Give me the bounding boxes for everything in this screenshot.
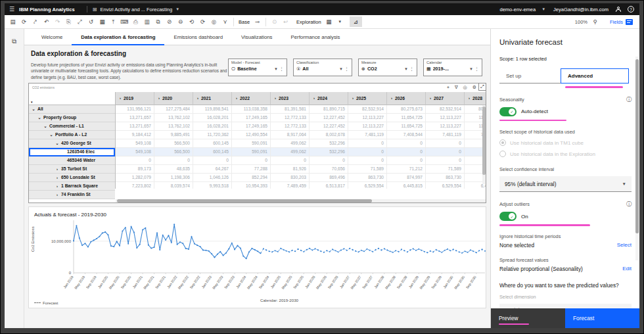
grid-column-header-2026[interactable]: ›2026 bbox=[387, 92, 426, 105]
sheet-tab-performance-analysis[interactable]: Performance analysis bbox=[282, 29, 350, 45]
help-icon[interactable]: ? bbox=[628, 6, 634, 12]
preview-button[interactable]: Preview bbox=[491, 308, 565, 328]
grid-cell[interactable]: 82,532,914 bbox=[426, 105, 465, 114]
grid-cell[interactable]: 869,496 bbox=[310, 174, 348, 182]
outliers-toggle[interactable]: ✓ bbox=[499, 212, 517, 221]
hide-icon[interactable]: ⊖ bbox=[175, 18, 186, 26]
grid-cell[interactable]: 6,529,554 bbox=[426, 182, 465, 189]
grid-cell[interactable]: 0 bbox=[154, 156, 193, 165]
overflow-menu-icon[interactable]: ⋮ bbox=[409, 66, 414, 72]
grid-cell[interactable]: 8,917,064 bbox=[271, 131, 310, 139]
tree-caret-icon[interactable]: › bbox=[55, 193, 59, 197]
tab-set-up[interactable]: Set up bbox=[499, 68, 561, 84]
grid-row-label[interactable]: ›74 Franklin St bbox=[29, 191, 115, 199]
grid-cell[interactable]: 590,091 bbox=[232, 148, 271, 156]
info-icon[interactable]: ⓘ bbox=[626, 201, 632, 208]
grid-cell[interactable]: 6,513,817 bbox=[310, 182, 348, 189]
grid-cell[interactable]: 590,091 bbox=[232, 139, 271, 148]
chevron-down-icon[interactable]: ▼ bbox=[334, 20, 346, 24]
grid-row-label[interactable]: ›1 Barrack Square bbox=[29, 182, 115, 191]
sheet-tab-welcome[interactable]: Welcome bbox=[32, 29, 72, 45]
grid-cell[interactable]: 13,762,102 bbox=[154, 122, 193, 131]
grid-cell[interactable]: 12,113,227 bbox=[348, 114, 387, 122]
tree-caret-icon[interactable]: › bbox=[55, 184, 59, 188]
refresh-data-icon[interactable]: ⟳ bbox=[197, 18, 208, 26]
visibility-icon[interactable]: ◎ bbox=[463, 85, 467, 90]
grid-row-label[interactable]: ⌄Property Group bbox=[29, 114, 115, 122]
grid-cell[interactable]: 10,954,393 bbox=[232, 182, 271, 189]
grid-column-header-2024[interactable]: ›2024 bbox=[310, 92, 348, 105]
grid-cell[interactable]: 600,145 bbox=[193, 148, 232, 156]
grid-cell[interactable]: 17,249,165 bbox=[232, 114, 271, 122]
grid-cell[interactable]: 13,271,657 bbox=[116, 122, 154, 131]
grid-cell[interactable]: 70,656 bbox=[310, 165, 348, 174]
tree-caret-icon[interactable]: › bbox=[55, 176, 59, 179]
grid-cell[interactable]: 11,654,725 bbox=[387, 114, 426, 122]
seasonality-toggle[interactable]: ✓ bbox=[499, 107, 517, 116]
radio-exploration[interactable] bbox=[499, 151, 506, 157]
grid-cell[interactable]: 7,223,802 bbox=[116, 182, 154, 189]
grid-cell[interactable]: 0 bbox=[310, 156, 348, 165]
grid-row-label[interactable]: ⌄420 George St bbox=[29, 139, 115, 148]
grid-cell[interactable]: 0 bbox=[348, 156, 387, 165]
grid-column-header-2025[interactable]: ›2025 bbox=[348, 92, 387, 105]
grid-cell[interactable]: 863,730 bbox=[426, 174, 465, 182]
grid-cell[interactable]: 0 bbox=[387, 156, 426, 165]
grid-cell[interactable]: 0 bbox=[271, 156, 310, 165]
grid-cell[interactable]: 532,296 bbox=[310, 148, 348, 156]
confidence-select[interactable]: 95% (default interval) ▼ bbox=[499, 176, 632, 192]
grid-cell[interactable]: 119,898,541 bbox=[193, 105, 232, 114]
grid-cell[interactable]: 81,926 bbox=[271, 165, 310, 174]
grid-cell[interactable]: 7,481,119 bbox=[348, 131, 387, 139]
tree-caret-icon[interactable]: ⌄ bbox=[55, 141, 59, 145]
grid-cell[interactable]: 0 bbox=[387, 139, 426, 148]
sheet-tab-data-exploration-forecasting[interactable]: Data exploration & forecasting bbox=[72, 29, 164, 45]
view-type-label[interactable]: Exploration bbox=[296, 19, 321, 25]
forecast-button[interactable]: Forecast bbox=[565, 308, 639, 328]
grid-row-label[interactable]: 1263546 Elec bbox=[29, 148, 115, 156]
sheet-tab-visualizations[interactable]: Visualizations bbox=[232, 29, 282, 45]
fields-button[interactable]: Fields bbox=[610, 19, 623, 25]
spread-edit-link[interactable]: Edit bbox=[622, 266, 632, 272]
upload-icon[interactable]: ⤒ bbox=[108, 18, 119, 26]
dimension-selector-calendar[interactable]: Calendar▦2019-...▼⋮ bbox=[423, 59, 482, 76]
grid-cell[interactable]: 566,500 bbox=[154, 148, 193, 156]
fields-icon[interactable] bbox=[626, 19, 633, 25]
undo-icon[interactable]: ↶ bbox=[41, 18, 52, 26]
grid-cell[interactable]: 830,203 bbox=[271, 174, 310, 182]
grid-cell[interactable]: 9,184,412 bbox=[116, 131, 154, 139]
grid-cell[interactable]: 549,108 bbox=[116, 148, 154, 156]
grid-cell[interactable]: 82,532,914 bbox=[348, 105, 387, 114]
sandbox-icon[interactable]: ⊸ bbox=[252, 18, 263, 25]
grid-cell[interactable]: 863,730 bbox=[348, 174, 387, 182]
grid-row-label[interactable]: 465346 Water bbox=[29, 156, 115, 165]
grid-cell[interactable]: 12,113,227 bbox=[426, 122, 465, 131]
console-icon[interactable]: ⌨ bbox=[119, 18, 130, 26]
grid-cell[interactable]: 9,993,518 bbox=[193, 182, 232, 189]
grid-cell[interactable]: 11,654,725 bbox=[387, 122, 426, 131]
grid-cell[interactable]: 13,271,657 bbox=[116, 114, 154, 122]
suppress-zeros-icon[interactable]: ⊘ bbox=[164, 18, 175, 26]
chevron-down-icon[interactable]: ▼ bbox=[339, 67, 343, 71]
grid-cell[interactable]: 13,762,102 bbox=[154, 114, 193, 122]
grid-cell[interactable]: 499,062 bbox=[271, 139, 310, 148]
grid-cell[interactable]: 71,212 bbox=[387, 165, 426, 174]
grid-cell[interactable]: 89,173 bbox=[116, 165, 154, 174]
grid-cell[interactable]: 12,227,452 bbox=[310, 114, 348, 122]
grid-cell[interactable]: 16,028,201 bbox=[193, 114, 232, 122]
grid-cell[interactable]: 48,635 bbox=[154, 165, 193, 174]
grid-cell[interactable]: 8,002,678 bbox=[310, 131, 348, 139]
grid-row-label[interactable]: ›650 Lonsdale St bbox=[29, 174, 115, 182]
grid-cell[interactable]: 77,288 bbox=[232, 165, 271, 174]
table-view-icon[interactable]: ▥ bbox=[141, 18, 152, 26]
dimension-selector-classification[interactable]: Classification①All▼⋮ bbox=[293, 59, 352, 76]
grid-cell[interactable]: 0 bbox=[426, 148, 465, 156]
grid-row-label[interactable]: ⌄Portfolio A - L2 bbox=[29, 131, 115, 139]
tree-caret-icon[interactable]: ⌄ bbox=[32, 107, 35, 111]
commit-icon[interactable]: ⊙ bbox=[269, 18, 280, 25]
grid-cell[interactable]: 874,997 bbox=[387, 174, 426, 182]
chevron-down-icon[interactable]: ▼ bbox=[469, 67, 473, 71]
expand-icon[interactable]: ⤢ bbox=[74, 18, 85, 26]
grid-cell[interactable]: 16,028,201 bbox=[193, 122, 232, 131]
grid-horizontal-scrollbar[interactable] bbox=[116, 199, 486, 203]
